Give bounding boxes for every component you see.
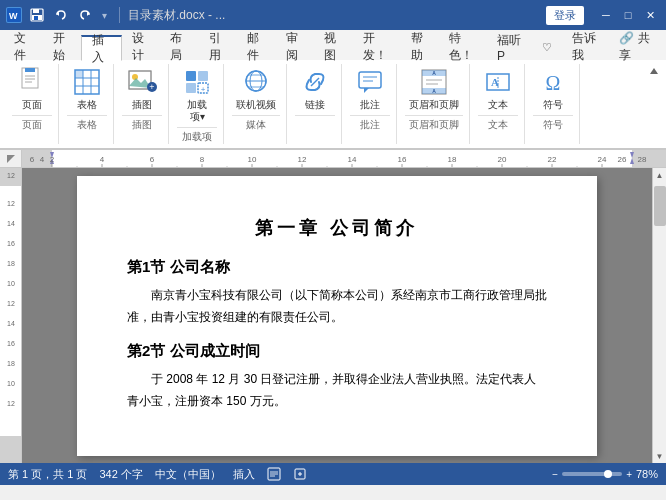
page-icon bbox=[16, 66, 48, 98]
minimize-button[interactable]: ─ bbox=[596, 5, 616, 25]
tab-fusp[interactable]: 福听P bbox=[487, 34, 532, 60]
scroll-up-button[interactable]: ▲ bbox=[653, 168, 667, 182]
zoom-in-icon[interactable]: + bbox=[626, 469, 632, 480]
video-icon bbox=[240, 66, 272, 98]
quick-access-toolbar: ▾ bbox=[26, 6, 111, 24]
ribbon-group-tables: 表格 表格 bbox=[61, 64, 114, 144]
ribbon-collapse[interactable] bbox=[648, 64, 660, 144]
status-icon-1 bbox=[267, 467, 281, 481]
vertical-ruler: 12 12 14 16 18 10 12 14 16 18 10 12 bbox=[0, 168, 22, 463]
section-1-title: 第1节 公司名称 bbox=[127, 258, 547, 277]
svg-text:14: 14 bbox=[348, 155, 357, 164]
tab-special[interactable]: 特色！ bbox=[439, 34, 487, 60]
tab-help[interactable]: 帮助 bbox=[401, 34, 440, 60]
illustrations-items: + 插图 bbox=[122, 64, 162, 113]
status-right: − + 78% bbox=[552, 468, 658, 480]
links-items: 链接 bbox=[295, 64, 335, 113]
svg-text:10: 10 bbox=[248, 155, 257, 164]
ribbon-insert-content: 页面 页面 bbox=[0, 60, 666, 149]
tab-mail[interactable]: 邮件 bbox=[237, 34, 276, 60]
title-bar: W bbox=[0, 0, 666, 30]
zoom-level: 78% bbox=[636, 468, 658, 480]
illustrations-group-label: 插图 bbox=[122, 115, 162, 132]
ribbon-btn-page[interactable]: 页面 bbox=[12, 64, 52, 113]
ruler-corner bbox=[0, 150, 22, 168]
scroll-down-button[interactable]: ▼ bbox=[653, 449, 667, 463]
ribbon-btn-picture[interactable]: + 插图 bbox=[122, 64, 162, 113]
ribbon-btn-comment[interactable]: 批注 bbox=[350, 64, 390, 113]
svg-point-20 bbox=[132, 74, 138, 80]
tab-share[interactable]: 🔗 共享 bbox=[609, 34, 662, 60]
tables-items: 表格 bbox=[67, 64, 107, 113]
word-count: 342 个字 bbox=[99, 467, 142, 482]
symbol-label: 符号 bbox=[543, 99, 563, 111]
save-icon[interactable] bbox=[26, 6, 48, 24]
ribbon-btn-headerfooter[interactable]: A A 页眉和页脚 bbox=[405, 64, 463, 113]
pages-group-label: 页面 bbox=[12, 115, 52, 132]
quick-access-more[interactable]: ▾ bbox=[98, 6, 111, 24]
tab-file[interactable]: 文件 bbox=[4, 34, 43, 60]
scroll-thumb[interactable] bbox=[654, 186, 666, 226]
addin-label: 加载项▾ bbox=[187, 99, 207, 123]
svg-text:+: + bbox=[201, 85, 206, 94]
ribbon-btn-textbox[interactable]: A 文本 bbox=[478, 64, 518, 113]
svg-text:8: 8 bbox=[200, 155, 205, 164]
pages-items: 页面 bbox=[12, 64, 52, 113]
vertical-scrollbar[interactable]: ▲ ▼ bbox=[652, 168, 666, 463]
svg-line-35 bbox=[311, 78, 319, 86]
ribbon-btn-link[interactable]: 链接 bbox=[295, 64, 335, 113]
table-label: 表格 bbox=[77, 99, 97, 111]
zoom-track[interactable] bbox=[562, 472, 622, 476]
undo-icon[interactable] bbox=[50, 6, 72, 24]
tables-group-label: 表格 bbox=[67, 115, 107, 132]
input-mode: 插入 bbox=[233, 467, 255, 482]
tab-view[interactable]: 视图 bbox=[314, 34, 353, 60]
link-label: 链接 bbox=[305, 99, 325, 111]
svg-text:12: 12 bbox=[7, 300, 15, 307]
close-button[interactable]: ✕ bbox=[640, 5, 660, 25]
ribbon-btn-table[interactable]: 表格 bbox=[67, 64, 107, 113]
word-app-icon: W bbox=[6, 7, 22, 23]
ribbon-btn-symbol[interactable]: Ω 符号 bbox=[533, 64, 573, 113]
status-bar: 第 1 页，共 1 页 342 个字 中文（中国） 插入 − bbox=[0, 463, 666, 485]
tab-tellme[interactable]: 告诉我 bbox=[562, 34, 610, 60]
svg-text:A: A bbox=[432, 70, 436, 76]
tab-develop[interactable]: 开发！ bbox=[353, 34, 401, 60]
tab-layout[interactable]: 布局 bbox=[160, 34, 199, 60]
ribbon-btn-video[interactable]: 联机视频 bbox=[232, 64, 280, 113]
ribbon-btn-addin[interactable]: + 加载项▾ bbox=[177, 64, 217, 125]
picture-icon: + bbox=[126, 66, 158, 98]
tab-insert[interactable]: 插入 bbox=[81, 35, 122, 61]
symbol-icon: Ω bbox=[537, 66, 569, 98]
ribbon-group-illustrations: + 插图 插图 bbox=[116, 64, 169, 144]
svg-text:12: 12 bbox=[7, 400, 15, 407]
login-button[interactable]: 登录 bbox=[546, 6, 584, 25]
svg-rect-36 bbox=[359, 72, 381, 88]
maximize-button[interactable]: □ bbox=[618, 5, 638, 25]
tab-light[interactable]: ♡ bbox=[532, 34, 562, 60]
tab-review[interactable]: 审阅 bbox=[276, 34, 315, 60]
document-page: 第一章 公司简介 第1节 公司名称 南京青小宝科技有限公司（以下简称本公司）系经… bbox=[77, 176, 597, 456]
tab-references[interactable]: 引用 bbox=[199, 34, 238, 60]
zoom-bar[interactable]: − + 78% bbox=[552, 468, 658, 480]
tab-design[interactable]: 设计 bbox=[122, 34, 161, 60]
tab-start[interactable]: 开始 bbox=[43, 34, 82, 60]
horizontal-ruler: 6 4 2 4 6 8 10 12 14 16 18 20 22 24 26 bbox=[22, 150, 666, 168]
ribbon-group-headerfooter: A A 页眉和页脚 页眉和页脚 bbox=[399, 64, 470, 144]
page-info: 第 1 页，共 1 页 bbox=[8, 467, 87, 482]
ribbon-group-media: 联机视频 媒体 bbox=[226, 64, 287, 144]
zoom-thumb[interactable] bbox=[604, 470, 612, 478]
comment-icon bbox=[354, 66, 386, 98]
headerfooter-label: 页眉和页脚 bbox=[409, 99, 459, 111]
picture-label: 插图 bbox=[132, 99, 152, 111]
addin-icon: + bbox=[181, 66, 213, 98]
ribbon-group-addins: + 加载项▾ 加载项 bbox=[171, 64, 224, 144]
zoom-out-icon[interactable]: − bbox=[552, 469, 558, 480]
svg-text:12: 12 bbox=[298, 155, 307, 164]
redo-icon[interactable] bbox=[74, 6, 96, 24]
textbox-label: 文本 bbox=[488, 99, 508, 111]
document-scroll-area[interactable]: 第一章 公司简介 第1节 公司名称 南京青小宝科技有限公司（以下简称本公司）系经… bbox=[22, 168, 652, 463]
chapter-title: 第一章 公司简介 bbox=[127, 216, 547, 240]
svg-text:26: 26 bbox=[618, 155, 627, 164]
ruler-area: 6 4 2 4 6 8 10 12 14 16 18 20 22 24 26 bbox=[0, 150, 666, 168]
